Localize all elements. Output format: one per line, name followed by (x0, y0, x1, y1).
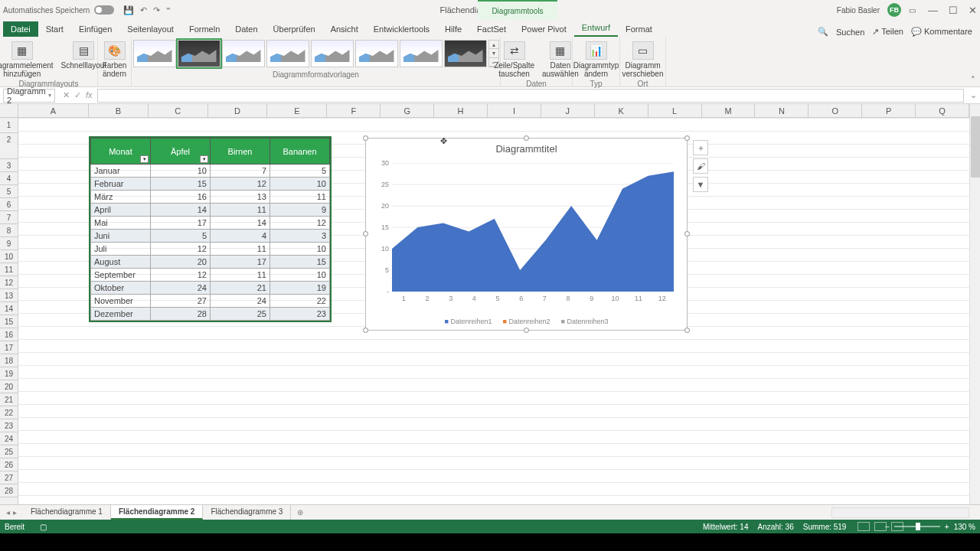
row-header[interactable]: 24 (0, 432, 18, 445)
vertical-scrollbar[interactable] (969, 104, 980, 504)
sheet-tab[interactable]: Flächendiagramme 2 (111, 505, 203, 520)
row-header[interactable]: 7 (0, 211, 18, 224)
collapse-ribbon-icon[interactable]: ˄ (971, 75, 975, 85)
legend-item[interactable]: Datenreihen1 (445, 318, 492, 325)
chart-style-7[interactable] (400, 40, 443, 67)
sheet-nav-next-icon[interactable]: ▸ (13, 508, 17, 517)
search-icon[interactable]: 🔍 (818, 27, 828, 37)
sheet-nav-prev-icon[interactable]: ◂ (6, 508, 10, 517)
column-header[interactable]: E (267, 104, 327, 117)
row-header[interactable]: 10 (0, 250, 18, 263)
column-header[interactable]: M (702, 104, 756, 117)
redo-icon[interactable]: ↷ (153, 5, 160, 15)
column-header[interactable]: B (89, 104, 149, 117)
tab-datei[interactable]: Datei (3, 21, 38, 37)
table-row[interactable]: November272422 (91, 295, 330, 308)
worksheet-grid[interactable]: ABCDEFGHIJKLMNOPQ 1234567891011121314151… (0, 104, 980, 504)
column-header[interactable]: F (327, 104, 381, 117)
filter-icon[interactable]: ▾ (140, 155, 149, 163)
tab-power pivot[interactable]: Power Pivot (514, 21, 574, 37)
chart-style-3[interactable] (222, 40, 265, 67)
tab-hilfe[interactable]: Hilfe (437, 21, 469, 37)
row-header[interactable]: 5 (0, 185, 18, 198)
fx-icon[interactable]: fx (86, 90, 93, 100)
column-header[interactable]: D (208, 104, 268, 117)
row-header[interactable]: 12 (0, 276, 18, 289)
chart-style-6[interactable] (355, 40, 398, 67)
move-chart-button[interactable]: ▭Diagramm verschieben (619, 40, 667, 80)
switch-row-column-button[interactable]: ⇄Zeile/Spalte tauschen (491, 40, 537, 80)
comments-button[interactable]: 💬 Kommentare (911, 27, 972, 37)
row-headers[interactable]: 1234567891011121314151617181920212223242… (0, 118, 18, 504)
resize-handle[interactable] (684, 135, 690, 141)
status-aggregates[interactable]: Mittelwert: 14 Anzahl: 36 Summe: 519 (703, 523, 846, 531)
chart-style-1[interactable] (133, 40, 176, 67)
table-row[interactable]: Dezember282523 (91, 308, 330, 321)
user-name[interactable]: Fabio Basler (837, 6, 880, 15)
formula-input[interactable] (97, 89, 964, 103)
legend-item[interactable]: Datenreihen2 (503, 318, 550, 325)
expand-formula-icon[interactable]: ⌄ (967, 90, 980, 100)
row-header[interactable]: 21 (0, 393, 18, 406)
zoom-level[interactable]: 130 % (954, 523, 975, 531)
column-headers[interactable]: ABCDEFGHIJKLMNOPQ (18, 104, 969, 118)
column-header[interactable]: G (381, 104, 434, 117)
autosave-toggle[interactable]: Automatisches Speichern (3, 5, 114, 15)
row-header[interactable]: 6 (0, 198, 18, 211)
row-header[interactable]: 1 (0, 118, 18, 133)
tab-entwicklertools[interactable]: Entwicklertools (366, 21, 437, 37)
sheet-tab[interactable]: Flächendiagramme 1 (23, 505, 111, 520)
column-header[interactable]: L (648, 104, 702, 117)
name-box[interactable]: Diagramm 2 (3, 89, 55, 103)
legend-item[interactable]: Datenreihen3 (560, 318, 608, 325)
row-header[interactable]: 26 (0, 458, 18, 471)
search-label[interactable]: Suchen (836, 28, 864, 37)
select-all-corner[interactable] (0, 104, 18, 118)
row-header[interactable]: 20 (0, 380, 18, 393)
zoom-in-icon[interactable]: + (945, 523, 949, 531)
row-header[interactable]: 17 (0, 341, 18, 354)
table-row[interactable]: Oktober242119 (91, 282, 330, 295)
avatar[interactable]: FB (887, 3, 901, 17)
resize-handle[interactable] (363, 328, 368, 333)
table-row[interactable]: Mai171412 (91, 217, 330, 230)
save-icon[interactable]: 💾 (123, 5, 134, 15)
tab-formeln[interactable]: Formeln (181, 21, 227, 37)
column-header[interactable]: P (862, 104, 916, 117)
enter-icon[interactable]: ✓ (74, 90, 81, 100)
row-header[interactable]: 18 (0, 354, 18, 367)
chart-styles-button[interactable]: 🖌 (693, 158, 708, 174)
row-header[interactable]: 28 (0, 484, 18, 497)
maximize-icon[interactable]: ☐ (949, 5, 958, 16)
tab-ansicht[interactable]: Ansicht (323, 21, 366, 37)
column-header[interactable]: H (434, 104, 488, 117)
chart-elements-button[interactable]: ＋ (693, 140, 708, 155)
horizontal-scrollbar[interactable] (831, 507, 969, 518)
toggle-off-icon[interactable] (94, 5, 114, 15)
table-row[interactable]: März161311 (91, 191, 330, 204)
column-header[interactable]: Q (916, 104, 969, 117)
table-row[interactable]: Februar151210 (91, 178, 330, 191)
row-header[interactable]: 9 (0, 237, 18, 250)
column-header[interactable]: I (488, 104, 541, 117)
column-header[interactable]: O (808, 104, 862, 117)
chart-style-4[interactable] (266, 40, 309, 67)
filter-icon[interactable]: ▾ (200, 155, 208, 163)
qat-custom-icon[interactable]: ⁼ (166, 5, 171, 15)
tab-daten[interactable]: Daten (227, 21, 265, 37)
table-header[interactable]: Monat▾ (91, 139, 151, 165)
cancel-icon[interactable]: ✕ (63, 90, 70, 100)
chart-title[interactable]: Diagrammtitel (366, 139, 687, 156)
row-header[interactable]: 11 (0, 263, 18, 276)
minimize-icon[interactable]: — (928, 5, 938, 16)
table-row[interactable]: August201715 (91, 256, 330, 269)
close-icon[interactable]: ✕ (969, 5, 977, 16)
tab-format[interactable]: Format (618, 21, 660, 37)
add-sheet-button[interactable]: ⊕ (291, 506, 309, 519)
macro-record-icon[interactable]: ▢ (40, 523, 47, 531)
share-button[interactable]: ↗ Teilen (872, 27, 903, 37)
tab-factset[interactable]: FactSet (469, 21, 514, 37)
data-table[interactable]: Monat▾Äpfel▾BirnenBananenJanuar1075Febru… (90, 137, 331, 321)
table-row[interactable]: Januar1075 (91, 165, 330, 178)
tab-überprüfen[interactable]: Überprüfen (266, 21, 323, 37)
